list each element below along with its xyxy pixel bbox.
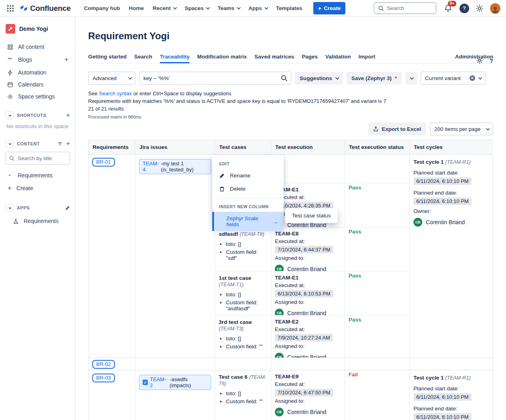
collapse-chevron-icon[interactable] [6, 204, 14, 212]
column-header-test-cases[interactable]: Test cases [215, 140, 271, 155]
field-item: toto: [] [226, 390, 267, 396]
confluence-page: Confluence Company hub Home Recent Space… [0, 0, 506, 420]
calendar-icon [7, 82, 13, 88]
help-button[interactable]: ? [460, 4, 469, 13]
content-search-input[interactable] [18, 155, 67, 161]
results-count: 21 of 21 results [88, 105, 493, 113]
tab-getting-started[interactable]: Getting started [88, 52, 127, 63]
field-item: Custom field: "asdfasdf" [226, 299, 267, 311]
clear-variant-icon[interactable]: ✕ [470, 75, 475, 81]
sidebar-item-all-content[interactable]: All content [6, 41, 70, 53]
global-search-input[interactable] [387, 5, 432, 11]
suggestions-button[interactable]: Suggestions [295, 72, 343, 84]
search-mode-select[interactable]: Advanced [88, 72, 135, 84]
test-case-fields: toto: [] Custom field: "sdf" [226, 241, 267, 261]
test-cycles-cell: Test cycle 1 (TEAM-R1) Planned start dat… [410, 370, 493, 420]
nav-item-company-hub[interactable]: Company hub [80, 3, 123, 14]
column-header-jira-issues[interactable]: Jira issues [135, 140, 215, 155]
app-switcher-icon[interactable] [5, 3, 16, 14]
nav-item-spaces[interactable]: Spaces [181, 3, 212, 14]
required-asterisk: * [395, 75, 397, 81]
menu-item-zephyr-scale-fields[interactable]: Zephyr Scale fields → [212, 212, 284, 231]
avatar: CB [275, 265, 284, 271]
global-search[interactable] [374, 2, 436, 14]
content-search[interactable] [6, 152, 70, 165]
page-settings-gear-icon[interactable] [476, 57, 483, 64]
submenu-test-case-status[interactable]: Test case status [285, 208, 338, 223]
space-header[interactable]: Demo Yogi [6, 24, 70, 34]
jira-issue-link[interactable]: TEAM-2 [150, 376, 167, 388]
sidebar-item-space-settings[interactable]: Space settings [6, 90, 70, 102]
user-avatar[interactable] [490, 3, 500, 14]
collapse-chevron-icon[interactable] [6, 140, 14, 148]
menu-item-delete[interactable]: Delete [212, 182, 284, 195]
create-button[interactable]: + Create [313, 2, 346, 14]
column-header-test-execution-status[interactable]: Test execution status [345, 140, 410, 155]
executed-at-label: Executed at: [275, 381, 341, 387]
test-cycles-cell [410, 358, 493, 370]
tab-pages[interactable]: Pages [302, 52, 318, 63]
content-create[interactable]: + Create [6, 181, 70, 195]
nav-item-apps[interactable]: Apps [245, 3, 271, 14]
assignee-name: Corentin Briand [287, 266, 326, 271]
planned-end-date: 6/11/2024, 6:10:10 PM [413, 413, 472, 420]
notifications-button[interactable]: 9+ [443, 3, 453, 14]
save-options-button[interactable] [405, 72, 417, 84]
execution-key: TEAM-E2 [275, 319, 341, 325]
menu-section-edit: EDIT [212, 159, 284, 169]
column-header-test-execution[interactable]: Test execution [271, 140, 345, 155]
sidebar-item-calendars[interactable]: Calendars [6, 78, 70, 90]
tab-modification-matrix[interactable]: Modification matrix [197, 52, 247, 63]
page-size-select[interactable]: 200 items per page [430, 123, 493, 135]
nav-item-home[interactable]: Home [125, 3, 147, 14]
add-shortcut-icon[interactable]: + [66, 111, 70, 119]
avatar: CB [275, 309, 284, 316]
cycle-name-line: Test cycle 1 (TEAM-R1) [413, 159, 490, 165]
requirement-key-badge[interactable]: BR-03 [92, 374, 115, 382]
nav-item-recent[interactable]: Recent [149, 3, 179, 14]
confluence-logo[interactable]: Confluence [20, 4, 71, 13]
add-content-icon[interactable]: + [66, 140, 70, 148]
nav-menu: Company hub Home Recent Spaces Teams App… [80, 3, 306, 14]
table-row: BR-02 [89, 358, 493, 370]
chevron-down-icon [478, 76, 482, 80]
test-case-fields: toto: [] Custom field: "" [226, 390, 267, 404]
edit-pencil-icon[interactable] [65, 205, 70, 211]
page-help-icon[interactable]: ? [490, 57, 493, 64]
search-icon [9, 156, 14, 161]
jira-issue-pill[interactable]: ✓ TEAM-2-aswdfs (impacts) [139, 375, 211, 390]
settings-gear-icon[interactable] [476, 4, 484, 12]
sidebar-item-automation[interactable]: Automation [6, 66, 70, 78]
column-header-test-cycles[interactable]: Test cycles [410, 140, 493, 155]
jira-issue-pill[interactable]: TEAM-4-my test 1 (is_tested_by) [139, 159, 211, 174]
requirement-key-badge[interactable]: BR-02 [92, 360, 115, 369]
search-syntax-link[interactable]: Search syntax [99, 90, 132, 96]
content-item-requirements[interactable]: Requirements [6, 169, 70, 181]
tab-traceability[interactable]: Traceability [160, 52, 189, 63]
sidebar-item-blogs[interactable]: ““ Blogs + [6, 53, 70, 66]
tab-search[interactable]: Search [134, 52, 152, 63]
variant-select[interactable]: Current variant ✕ [421, 72, 486, 84]
tab-validation[interactable]: Validation [325, 52, 351, 63]
nav-item-templates[interactable]: Templates [272, 3, 306, 14]
tab-import[interactable]: Import [359, 52, 375, 63]
query-input[interactable] [139, 75, 277, 81]
save-button[interactable]: Save (Zephyr 3)* [347, 72, 402, 84]
run-search-button[interactable] [277, 72, 291, 84]
test-case-key: (TEAM-T3) [219, 326, 244, 332]
nav-item-teams[interactable]: Teams [214, 3, 243, 14]
assignee: CB Corentin Briand [275, 408, 341, 416]
export-excel-button[interactable]: Export to Excel [368, 123, 426, 135]
quote-icon: ““ [7, 57, 13, 63]
apps-item-requirements[interactable]: Requirements [6, 215, 70, 227]
column-header-requirements[interactable]: Requirements [89, 140, 135, 155]
menu-item-rename[interactable]: Rename [212, 169, 284, 182]
filter-icon[interactable] [57, 141, 63, 147]
tab-saved-matrices[interactable]: Saved matrices [254, 52, 294, 63]
jira-issue-link[interactable]: TEAM-4 [143, 161, 159, 173]
add-blog-icon[interactable]: + [65, 56, 69, 64]
cycle-name-line: Test cycle 1 (TEAM-R1) [413, 375, 490, 381]
requirement-key-badge[interactable]: BR-01 [92, 158, 115, 167]
content-section-header: CONTENT + [6, 140, 70, 148]
collapse-chevron-icon[interactable] [6, 111, 14, 119]
